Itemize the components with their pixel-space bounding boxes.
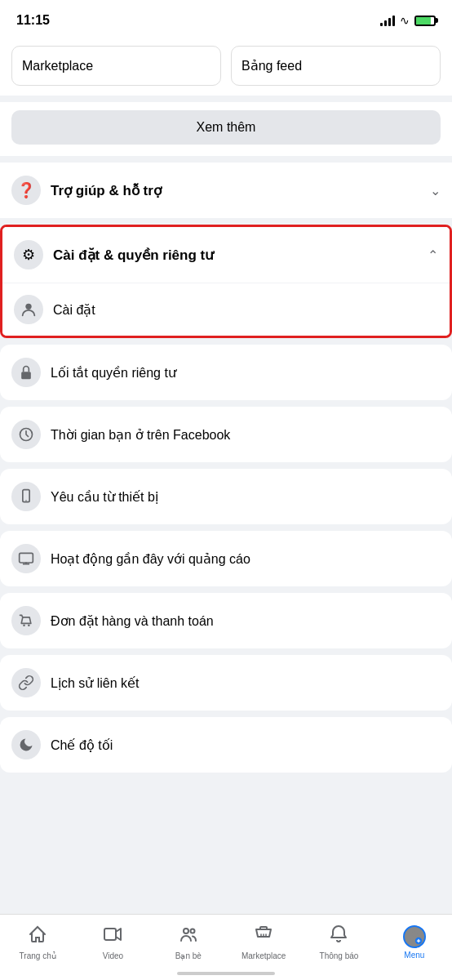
link-history-label: Lịch sử liên kết bbox=[51, 675, 139, 691]
dark-mode-item[interactable]: Chế độ tối bbox=[0, 717, 452, 773]
svg-point-0 bbox=[25, 304, 31, 310]
notifications-icon bbox=[329, 924, 348, 949]
svg-point-10 bbox=[190, 929, 194, 933]
settings-section-left: ⚙ Cài đặt & quyền riêng tư bbox=[14, 240, 214, 270]
settings-icon: ⚙ bbox=[14, 240, 43, 270]
nav-home[interactable]: Trang chủ bbox=[0, 921, 75, 964]
svg-rect-5 bbox=[20, 553, 33, 563]
ad-activity-icon bbox=[11, 544, 41, 573]
status-icons: ∿ bbox=[380, 14, 436, 27]
marketplace-icon bbox=[254, 924, 273, 949]
help-chevron-icon: ⌄ bbox=[430, 183, 441, 198]
settings-chevron-icon: ⌃ bbox=[428, 247, 438, 263]
privacy-shortcut-icon bbox=[11, 358, 41, 387]
dark-mode-icon bbox=[11, 730, 41, 760]
help-section-left: ❓ Trợ giúp & hỗ trợ bbox=[11, 176, 162, 205]
privacy-shortcut-item[interactable]: Lối tắt quyền riêng tư bbox=[0, 345, 452, 400]
status-bar: 11:15 ∿ bbox=[0, 0, 452, 36]
nav-menu[interactable]: Menu bbox=[377, 922, 452, 963]
signal-icon bbox=[380, 15, 395, 26]
time-on-fb-item[interactable]: Thời gian bạn ở trên Facebook bbox=[0, 407, 452, 462]
see-more-button[interactable]: Xem thêm bbox=[11, 110, 441, 145]
nav-video-label: Video bbox=[103, 951, 123, 960]
link-history-item[interactable]: Lịch sử liên kết bbox=[0, 655, 452, 710]
wifi-icon: ∿ bbox=[400, 14, 410, 27]
battery-icon bbox=[414, 16, 436, 26]
menu-list: Lối tắt quyền riêng tư Thời gian bạn ở t… bbox=[0, 345, 452, 773]
settings-section: ⚙ Cài đặt & quyền riêng tư ⌃ Cài đặt bbox=[0, 225, 452, 338]
bang-feed-button[interactable]: Bảng feed bbox=[231, 46, 441, 86]
help-section: ❓ Trợ giúp & hỗ trợ ⌄ bbox=[0, 163, 452, 218]
orders-payment-icon bbox=[11, 606, 41, 635]
settings-section-title: Cài đặt & quyền riêng tư bbox=[53, 247, 214, 264]
video-icon bbox=[103, 924, 122, 949]
see-more-container: Xem thêm bbox=[0, 102, 452, 156]
device-request-label: Yêu cầu từ thiết bị bbox=[51, 489, 158, 505]
svg-point-6 bbox=[23, 625, 25, 627]
link-history-icon bbox=[11, 668, 41, 697]
nav-video[interactable]: Video bbox=[75, 921, 150, 964]
menu-avatar bbox=[403, 925, 426, 948]
orders-payment-label: Đơn đặt hàng và thanh toán bbox=[51, 613, 214, 629]
nav-home-label: Trang chủ bbox=[20, 951, 56, 960]
friends-icon bbox=[179, 924, 198, 949]
time-on-fb-label: Thời gian bạn ở trên Facebook bbox=[51, 427, 230, 443]
help-icon: ❓ bbox=[11, 176, 41, 205]
orders-payment-item[interactable]: Đơn đặt hàng và thanh toán bbox=[0, 593, 452, 648]
cai-dat-icon bbox=[14, 295, 43, 324]
nav-friends-label: Bạn bè bbox=[175, 951, 202, 960]
nav-marketplace[interactable]: Marketplace bbox=[226, 921, 301, 964]
svg-rect-1 bbox=[21, 372, 31, 379]
cai-dat-sub-item[interactable]: Cài đặt bbox=[2, 283, 450, 336]
svg-point-7 bbox=[28, 625, 30, 627]
marketplace-button[interactable]: Marketplace bbox=[11, 46, 221, 86]
settings-section-header[interactable]: ⚙ Cài đặt & quyền riêng tư ⌃ bbox=[2, 227, 450, 283]
nav-friends[interactable]: Bạn bè bbox=[151, 921, 226, 964]
cai-dat-label: Cài đặt bbox=[53, 302, 95, 318]
svg-point-9 bbox=[184, 929, 188, 933]
privacy-shortcut-label: Lối tắt quyền riêng tư bbox=[51, 365, 176, 381]
home-icon bbox=[28, 924, 47, 949]
time-on-fb-icon bbox=[11, 420, 41, 449]
svg-rect-8 bbox=[104, 929, 116, 940]
ad-activity-item[interactable]: Hoạt động gần đây với quảng cáo bbox=[0, 531, 452, 586]
status-time: 11:15 bbox=[16, 13, 50, 28]
device-request-item[interactable]: Yêu cầu từ thiết bị bbox=[0, 469, 452, 524]
device-request-icon bbox=[11, 482, 41, 511]
top-nav: Marketplace Bảng feed bbox=[0, 36, 452, 96]
help-section-title: Trợ giúp & hỗ trợ bbox=[51, 182, 162, 199]
svg-point-11 bbox=[411, 931, 417, 937]
nav-marketplace-label: Marketplace bbox=[242, 951, 286, 960]
bottom-nav: Trang chủ Video Bạn bè bbox=[0, 914, 452, 980]
ad-activity-label: Hoạt động gần đây với quảng cáo bbox=[51, 551, 250, 567]
nav-notifications[interactable]: Thông báo bbox=[301, 921, 376, 964]
svg-point-4 bbox=[25, 500, 27, 501]
home-indicator bbox=[177, 972, 275, 975]
help-section-header[interactable]: ❓ Trợ giúp & hỗ trợ ⌄ bbox=[0, 163, 452, 218]
nav-menu-label: Menu bbox=[404, 951, 424, 960]
dark-mode-label: Chế độ tối bbox=[51, 737, 113, 753]
nav-notifications-label: Thông báo bbox=[320, 951, 359, 960]
